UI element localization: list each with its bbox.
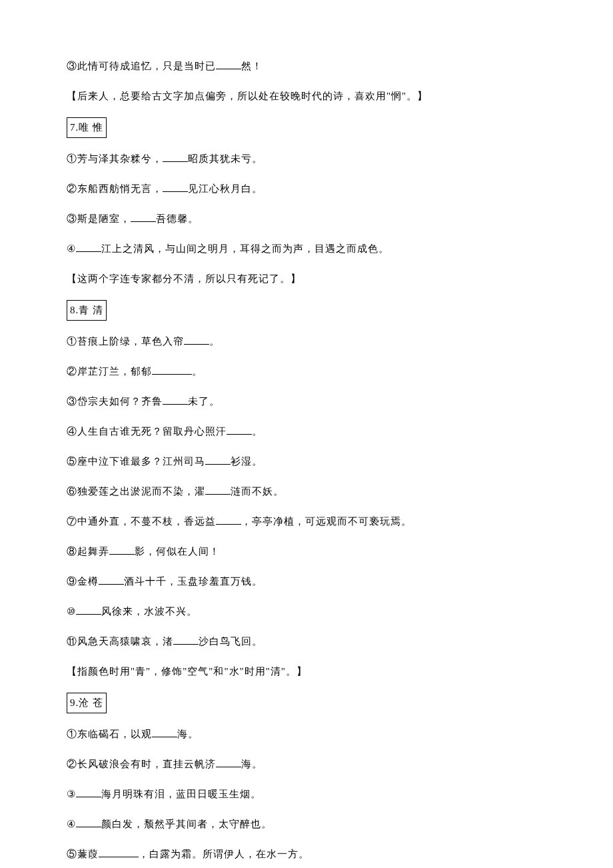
text: ⑦中通外直，不蔓不枝，香远益 bbox=[67, 516, 216, 527]
text-line: ①芳与泽其杂糅兮，昭质其犹未亏。 bbox=[67, 150, 560, 168]
text: ③ bbox=[67, 789, 76, 799]
fill-blank[interactable] bbox=[216, 757, 241, 767]
text: 酒斗十千，玉盘珍羞直万钱。 bbox=[124, 576, 263, 587]
text: ⑩ bbox=[67, 606, 76, 617]
fill-blank[interactable] bbox=[184, 335, 209, 345]
text: ，亭亭净植，可远观而不可亵玩焉。 bbox=[241, 516, 412, 527]
text-line: ①苔痕上阶绿，草色入帘。 bbox=[67, 333, 560, 351]
fill-blank[interactable] bbox=[152, 365, 192, 375]
text: 沙白鸟飞回。 bbox=[199, 636, 263, 647]
fill-blank[interactable] bbox=[163, 182, 188, 192]
text: 颜白发，颓然乎其间者，太守醉也。 bbox=[101, 819, 272, 829]
text: ⑤蒹葭 bbox=[67, 849, 99, 859]
text: 。 bbox=[209, 336, 220, 347]
text: ①东临碣石，以观 bbox=[67, 729, 152, 739]
text-line: ⑥独爱莲之出淤泥而不染，濯涟而不妖。 bbox=[67, 483, 560, 501]
text: 然！ bbox=[241, 61, 263, 71]
fill-blank[interactable] bbox=[216, 515, 241, 525]
note-line: 【后来人，总要给古文字加点偏旁，所以处在较晚时代的诗，喜欢用"惘"。】 bbox=[67, 87, 560, 105]
heading-box: 8.青 清 bbox=[67, 300, 107, 321]
text: 见江心秋月白。 bbox=[188, 183, 263, 194]
text: ，白露为霜。所谓伊人，在水一方。 bbox=[139, 849, 309, 859]
text: 海月明珠有泪，蓝田日暖玉生烟。 bbox=[101, 789, 261, 799]
text: ④人生自古谁无死？留取丹心照汗 bbox=[67, 426, 227, 437]
text-line: ③海月明珠有泪，蓝田日暖玉生烟。 bbox=[67, 785, 560, 803]
text-line: ⑩风徐来，水波不兴。 bbox=[67, 603, 560, 621]
text: ⑥独爱莲之出淤泥而不染，濯 bbox=[67, 486, 205, 497]
fill-blank[interactable] bbox=[76, 242, 101, 252]
fill-blank[interactable] bbox=[109, 545, 135, 555]
text: 影，何似在人间！ bbox=[135, 546, 220, 557]
text: 【指颜色时用"青"，修饰"空气"和"水"时用"清"。】 bbox=[67, 666, 307, 677]
text: ②长风破浪会有时，直挂云帆济 bbox=[67, 759, 216, 769]
fill-blank[interactable] bbox=[163, 395, 188, 405]
fill-blank[interactable] bbox=[227, 425, 252, 435]
text-line: ②东船西舫悄无言，见江心秋月白。 bbox=[67, 180, 560, 198]
text: 涟而不妖。 bbox=[231, 486, 284, 497]
note-line: 【指颜色时用"青"，修饰"空气"和"水"时用"清"。】 bbox=[67, 663, 560, 681]
text-line: ⑤座中泣下谁最多？江州司马衫湿。 bbox=[67, 453, 560, 471]
text-line: ②长风破浪会有时，直挂云帆济海。 bbox=[67, 755, 560, 773]
text-line: ①东临碣石，以观海。 bbox=[67, 725, 560, 743]
text-line: ③斯是陋室，吾德馨。 bbox=[67, 210, 560, 228]
fill-blank[interactable] bbox=[76, 605, 101, 615]
fill-blank[interactable] bbox=[99, 847, 139, 857]
text: ①苔痕上阶绿，草色入帘 bbox=[67, 336, 184, 347]
section-heading: 8.青 清 bbox=[67, 300, 560, 321]
text-line: ④颜白发，颓然乎其间者，太守醉也。 bbox=[67, 815, 560, 833]
text: ③此情可待成追忆，只是当时已 bbox=[67, 61, 216, 71]
text-line: ③此情可待成追忆，只是当时已然！ bbox=[67, 57, 560, 75]
text: ⑪风急天高猿啸哀，渚 bbox=[67, 636, 173, 647]
text: ③斯是陋室， bbox=[67, 213, 131, 224]
heading-box: 7.唯 惟 bbox=[67, 117, 107, 138]
text: ⑤座中泣下谁最多？江州司马 bbox=[67, 456, 205, 467]
text-line: ⑤蒹葭，白露为霜。所谓伊人，在水一方。 bbox=[67, 845, 560, 863]
fill-blank[interactable] bbox=[205, 455, 231, 465]
text-line: ③岱宗夫如何？齐鲁未了。 bbox=[67, 393, 560, 411]
text: 衫湿。 bbox=[231, 456, 263, 467]
text-line: ④江上之清风，与山间之明月，耳得之而为声，目遇之而成色。 bbox=[67, 240, 560, 258]
text: 。 bbox=[192, 366, 203, 377]
fill-blank[interactable] bbox=[76, 787, 101, 797]
text: ③岱宗夫如何？齐鲁 bbox=[67, 396, 163, 407]
fill-blank[interactable] bbox=[152, 727, 177, 737]
text: 昭质其犹未亏。 bbox=[188, 153, 263, 164]
text: ②东船西舫悄无言， bbox=[67, 183, 163, 194]
text: ②岸芷汀兰，郁郁 bbox=[67, 366, 152, 377]
section-heading: 7.唯 惟 bbox=[67, 117, 560, 138]
fill-blank[interactable] bbox=[131, 212, 156, 222]
text: ④ bbox=[67, 243, 76, 254]
fill-blank[interactable] bbox=[76, 817, 101, 827]
text-line: ⑦中通外直，不蔓不枝，香远益，亭亭净植，可远观而不可亵玩焉。 bbox=[67, 513, 560, 531]
section-heading: 9.沧 苍 bbox=[67, 693, 560, 713]
fill-blank[interactable] bbox=[163, 152, 188, 162]
text: ⑧起舞弄 bbox=[67, 546, 109, 557]
document-page: ③此情可待成追忆，只是当时已然！ 【后来人，总要给古文字加点偏旁，所以处在较晚时… bbox=[0, 0, 613, 868]
fill-blank[interactable] bbox=[216, 59, 241, 69]
text-line: ⑨金樽酒斗十千，玉盘珍羞直万钱。 bbox=[67, 573, 560, 591]
text: 【这两个字连专家都分不清，所以只有死记了。】 bbox=[67, 273, 301, 284]
text-line: ⑪风急天高猿啸哀，渚沙白鸟飞回。 bbox=[67, 633, 560, 651]
text-line: ②岸芷汀兰，郁郁。 bbox=[67, 363, 560, 381]
fill-blank[interactable] bbox=[173, 635, 199, 645]
fill-blank[interactable] bbox=[99, 575, 124, 585]
text-line: ④人生自古谁无死？留取丹心照汗。 bbox=[67, 423, 560, 441]
text: 【后来人，总要给古文字加点偏旁，所以处在较晚时代的诗，喜欢用"惘"。】 bbox=[67, 91, 428, 101]
text: ④ bbox=[67, 819, 76, 829]
text: 未了。 bbox=[188, 396, 220, 407]
heading-box: 9.沧 苍 bbox=[67, 693, 107, 713]
text: ①芳与泽其杂糅兮， bbox=[67, 153, 163, 164]
text: 吾德馨。 bbox=[156, 213, 199, 224]
text: 。 bbox=[252, 426, 263, 437]
text-line: ⑧起舞弄影，何似在人间！ bbox=[67, 543, 560, 561]
text: ⑨金樽 bbox=[67, 576, 99, 587]
text: 海。 bbox=[177, 729, 199, 739]
note-line: 【这两个字连专家都分不清，所以只有死记了。】 bbox=[67, 270, 560, 288]
text: 风徐来，水波不兴。 bbox=[101, 606, 197, 617]
fill-blank[interactable] bbox=[205, 485, 231, 495]
text: 海。 bbox=[241, 759, 263, 769]
text: 江上之清风，与山间之明月，耳得之而为声，目遇之而成色。 bbox=[101, 243, 389, 254]
